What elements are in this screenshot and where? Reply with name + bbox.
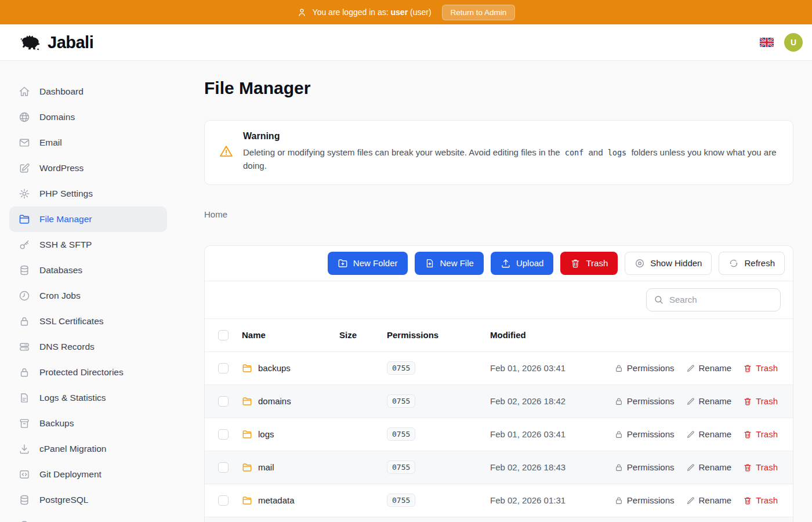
sidebar-item-partial[interactable]: [9, 513, 167, 522]
trash-icon: [743, 463, 752, 472]
rename-action[interactable]: Rename: [686, 396, 732, 406]
sidebar-item-php-settings[interactable]: PHP Settings: [9, 181, 167, 206]
table-row: domains 0755 Feb 02, 2026 18:42 Permissi…: [205, 385, 793, 418]
sidebar-item-dns-records[interactable]: DNS Records: [9, 334, 167, 360]
sidebar-item-wordpress[interactable]: WordPress: [9, 155, 167, 181]
circle-dot-icon: [635, 258, 645, 269]
sidebar-item-label: Backups: [39, 418, 74, 429]
row-checkbox[interactable]: [218, 495, 229, 506]
lock-icon: [19, 367, 30, 378]
file-name[interactable]: backups: [258, 363, 291, 373]
search-box: [646, 288, 781, 311]
gear-icon: [19, 188, 30, 200]
sidebar-item-dashboard[interactable]: Dashboard: [9, 79, 167, 104]
permissions-badge: 0755: [387, 427, 415, 441]
sidebar-item-label: SSH & SFTP: [39, 240, 92, 250]
boar-logo-icon: [16, 32, 43, 53]
new-folder-button[interactable]: New Folder: [328, 252, 408, 275]
brand[interactable]: Jabali: [16, 32, 93, 53]
permissions-action[interactable]: Permissions: [614, 363, 675, 373]
user-avatar[interactable]: U: [784, 33, 803, 52]
table-header-row: Name Size Permissions Modified: [205, 319, 793, 352]
pencil-square-icon: [19, 162, 30, 174]
lock-icon: [614, 364, 624, 373]
trash-button[interactable]: Trash: [560, 252, 618, 275]
rename-action[interactable]: Rename: [686, 495, 732, 505]
refresh-icon: [728, 258, 739, 269]
file-name[interactable]: mail: [258, 462, 274, 472]
sidebar-item-ssh-sftp[interactable]: SSH & SFTP: [9, 232, 167, 258]
sidebar-item-label: PHP Settings: [39, 188, 93, 199]
sidebar-item-databases[interactable]: Databases: [9, 258, 167, 283]
row-checkbox[interactable]: [218, 462, 229, 473]
warning-icon: [219, 144, 234, 159]
return-to-admin-button[interactable]: Return to Admin: [442, 5, 516, 20]
pencil-icon: [686, 364, 695, 373]
download-icon: [19, 443, 30, 455]
toolbar: New Folder New File Upload Trash Show Hi…: [205, 246, 793, 281]
trash-action[interactable]: Trash: [743, 363, 778, 373]
mail-icon: [19, 137, 30, 148]
table-row: metadata 0755 Feb 02, 2026 01:31 Permiss…: [205, 484, 793, 517]
sidebar-item-ssl-certificates[interactable]: SSL Certificates: [9, 309, 167, 334]
sidebar-item-postgresql[interactable]: PostgreSQL: [9, 487, 167, 513]
sidebar-item-domains[interactable]: Domains: [9, 104, 167, 130]
sidebar-item-label: Protected Directories: [39, 367, 124, 378]
row-checkbox[interactable]: [218, 396, 229, 407]
sidebar-item-file-manager[interactable]: File Manager: [9, 206, 167, 232]
uk-flag-icon[interactable]: [760, 38, 774, 47]
code-token: logs: [606, 148, 629, 157]
file-name[interactable]: logs: [258, 429, 274, 439]
lock-icon: [19, 316, 30, 327]
main-content: File Manager Warning Deleting or modifyi…: [176, 61, 812, 522]
trash-action[interactable]: Trash: [743, 429, 778, 439]
search-input[interactable]: [669, 295, 773, 304]
show-hidden-button[interactable]: Show Hidden: [625, 252, 712, 275]
rename-action[interactable]: Rename: [686, 462, 732, 472]
select-all-checkbox[interactable]: [218, 330, 229, 340]
sidebar-item-email[interactable]: Email: [9, 130, 167, 155]
sidebar-item-protected-directories[interactable]: Protected Directories: [9, 360, 167, 385]
sidebar-item-cpanel-migration[interactable]: cPanel Migration: [9, 436, 167, 462]
trash-action[interactable]: Trash: [743, 462, 778, 472]
upload-icon: [501, 258, 511, 269]
file-table: Name Size Permissions Modified backups 0…: [205, 319, 793, 522]
upload-button[interactable]: Upload: [491, 252, 554, 275]
column-header-name: Name: [242, 330, 339, 340]
refresh-button[interactable]: Refresh: [719, 252, 785, 275]
permissions-action[interactable]: Permissions: [614, 429, 675, 439]
rename-action[interactable]: Rename: [686, 363, 732, 373]
lock-icon: [614, 496, 624, 505]
folder-icon: [19, 213, 30, 225]
folder-icon: [242, 462, 252, 473]
breadcrumb-home[interactable]: Home: [204, 209, 227, 219]
permissions-action[interactable]: Permissions: [614, 462, 675, 472]
column-header-size: Size: [339, 330, 387, 340]
row-checkbox[interactable]: [218, 429, 229, 440]
sidebar-item-label: Cron Jobs: [39, 291, 81, 301]
brand-name: Jabali: [48, 33, 93, 52]
permissions-badge: 0755: [387, 394, 415, 408]
clock-icon: [19, 290, 30, 302]
code-icon: [19, 469, 30, 480]
file-name[interactable]: metadata: [258, 495, 295, 505]
new-file-button[interactable]: New File: [415, 252, 484, 275]
file-name[interactable]: domains: [258, 396, 291, 406]
permissions-action[interactable]: Permissions: [614, 495, 675, 505]
sidebar-item-backups[interactable]: Backups: [9, 411, 167, 436]
rename-action[interactable]: Rename: [686, 429, 732, 439]
row-checkbox[interactable]: [218, 363, 229, 374]
sidebar-item-label: Databases: [39, 265, 82, 276]
sidebar-item-logs-statistics[interactable]: Logs & Statistics: [9, 385, 167, 411]
permissions-action[interactable]: Permissions: [614, 396, 675, 406]
sidebar-item-git-deployment[interactable]: Git Deployment: [9, 462, 167, 487]
admin-session-bar: You are logged in as: user (user) Return…: [0, 0, 812, 24]
lock-icon: [614, 430, 624, 439]
trash-action[interactable]: Trash: [743, 396, 778, 406]
warning-title: Warning: [243, 131, 779, 142]
trash-action[interactable]: Trash: [743, 495, 778, 505]
column-header-permissions: Permissions: [387, 330, 490, 340]
sidebar-item-cron-jobs[interactable]: Cron Jobs: [9, 283, 167, 309]
server-icon: [19, 341, 30, 353]
file-plus-icon: [425, 258, 435, 269]
